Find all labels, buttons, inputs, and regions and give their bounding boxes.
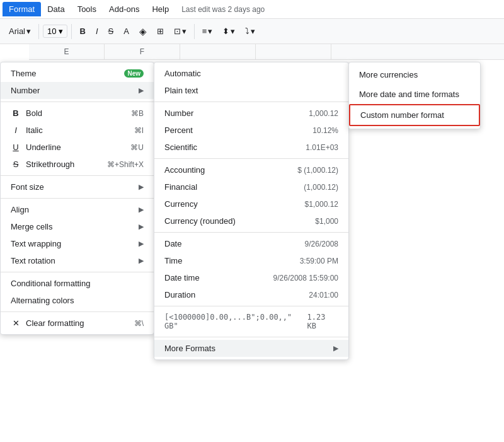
align-arrow-icon: ▶ (139, 206, 144, 214)
menu-item-font-size[interactable]: Font size ▶ (1, 178, 154, 195)
number-item-percent[interactable]: Percent 10.12% (154, 122, 348, 139)
menu-item-strikethrough[interactable]: S Strikethrough ⌘+Shift+X (1, 156, 154, 173)
menu-item-text-wrapping[interactable]: Text wrapping ▶ (1, 235, 154, 252)
fill-color-button[interactable]: ◈ (135, 23, 151, 40)
toolbar: Arial ▾ 10 ▾ B I S A ◈ ⊞ ⊡ ▾ ≡ ▾ ⬍ ▾ ⤵ ▾ (0, 19, 504, 44)
number-item-time[interactable]: Time 3:59:00 PM (154, 252, 348, 269)
menu-help[interactable]: Help (146, 2, 175, 16)
menu-addons[interactable]: Add-ons (103, 2, 146, 16)
col-header-f[interactable]: F (105, 44, 180, 59)
financial-label: Financial (164, 182, 197, 192)
theme-new-badge: New (124, 69, 144, 78)
theme-label: Theme (11, 69, 36, 78)
number-item-more-formats[interactable]: More Formats ▶ (154, 340, 348, 357)
more-currencies-label: More currencies (359, 70, 418, 79)
font-name-selector[interactable]: Arial ▾ (5, 24, 35, 38)
number-item-currency[interactable]: Currency $1,000.12 (154, 195, 348, 212)
number-item-date[interactable]: Date 9/26/2008 (154, 235, 348, 252)
strikethrough-icon: S (11, 160, 21, 169)
clear-icon: ✕ (11, 318, 21, 328)
borders-button[interactable]: ⊞ (153, 24, 168, 38)
duration-label: Duration (164, 290, 195, 300)
scientific-label: Scientific (164, 142, 197, 152)
halign-arrow: ▾ (208, 26, 212, 36)
text-rotation-arrow-icon: ▶ (139, 257, 144, 265)
number-divider-2 (154, 158, 348, 159)
menu-item-clear-formatting[interactable]: ✕ Clear formatting ⌘\ (1, 315, 154, 332)
font-color-button[interactable]: A (120, 24, 133, 38)
number-fmt-label: Number (164, 108, 193, 118)
number-item-plain[interactable]: Plain text (154, 82, 348, 99)
text-wrapping-arrow-icon: ▶ (139, 240, 144, 248)
valign-button[interactable]: ⬍ ▾ (219, 24, 239, 38)
font-size-arrow: ▾ (59, 26, 63, 36)
wrap-button[interactable]: ⤵ ▾ (241, 24, 259, 38)
menu-item-alternating[interactable]: Alternating colors (1, 292, 154, 309)
toolbar-divider-2 (71, 24, 72, 39)
italic-button[interactable]: I (92, 24, 102, 38)
clear-shortcut: ⌘\ (134, 319, 144, 328)
number-item-automatic[interactable]: Automatic (154, 65, 348, 82)
merge-button[interactable]: ⊡ ▾ (170, 24, 190, 38)
menu-data[interactable]: Data (41, 2, 71, 16)
merge-icon: ⊡ (174, 26, 181, 36)
custom-string-label: [<1000000]0.00,...B";0.00,," GB" (164, 313, 307, 330)
font-size-label: Font size (11, 182, 44, 192)
text-wrapping-label: Text wrapping (11, 239, 61, 248)
automatic-label: Automatic (164, 69, 201, 78)
underline-label: Underline (26, 142, 61, 152)
number-item-datetime[interactable]: Date time 9/26/2008 15:59:00 (154, 269, 348, 286)
strikethrough-button[interactable]: S (105, 24, 118, 38)
col-header-e[interactable]: E (29, 44, 105, 59)
number-divider-5 (154, 337, 348, 337)
menu-divider-2 (1, 175, 154, 176)
underline-icon: U (11, 142, 21, 152)
currency-preview: $1,000.12 (305, 200, 338, 209)
bold-shortcut: ⌘B (131, 109, 144, 118)
more-item-custom-number[interactable]: Custom number format (349, 104, 480, 126)
number-item-accounting[interactable]: Accounting $ (1,000.12) (154, 161, 348, 178)
menu-item-italic[interactable]: I Italic ⌘I (1, 122, 154, 139)
wrap-arrow: ▾ (251, 26, 255, 36)
more-item-datetime-formats[interactable]: More date and time formats (349, 84, 480, 104)
more-item-currencies[interactable]: More currencies (349, 65, 480, 84)
menu-item-align[interactable]: Align ▶ (1, 201, 154, 218)
menu-item-bold[interactable]: B Bold ⌘B (1, 105, 154, 122)
menu-item-number[interactable]: Number ▶ (1, 82, 154, 99)
menu-format[interactable]: Format (3, 2, 41, 16)
valign-arrow: ▾ (231, 26, 235, 36)
number-item-duration[interactable]: Duration 24:01:00 (154, 286, 348, 303)
menu-item-underline[interactable]: U Underline ⌘U (1, 139, 154, 156)
menu-item-conditional[interactable]: Conditional formatting (1, 275, 154, 292)
toolbar-divider-3 (194, 24, 195, 39)
more-datetime-label: More date and time formats (359, 90, 459, 99)
bold-button[interactable]: B (76, 24, 89, 38)
merge-arrow: ▾ (182, 26, 186, 36)
italic-label: Italic (26, 125, 43, 135)
number-divider-1 (154, 102, 348, 102)
number-item-financial[interactable]: Financial (1,000.12) (154, 178, 348, 195)
number-item-number[interactable]: Number 1,000.12 (154, 105, 348, 122)
menu-tools[interactable]: Tools (71, 2, 103, 16)
more-formats-label: More Formats (164, 344, 215, 353)
number-item-custom-string[interactable]: [<1000000]0.00,...B";0.00,," GB" 1.23 KB (154, 309, 348, 334)
font-size-selector[interactable]: 10 ▾ (43, 25, 67, 38)
align-label: Align (11, 205, 29, 214)
date-label: Date (164, 239, 181, 248)
custom-number-label: Custom number format (360, 110, 444, 120)
custom-string-preview: 1.23 KB (307, 313, 338, 330)
bold-label: Bold (26, 108, 42, 118)
col-header-h (256, 44, 331, 59)
last-edit-text: Last edit was 2 days ago (181, 5, 265, 14)
strikethrough-label: Strikethrough (26, 160, 74, 169)
halign-button[interactable]: ≡ ▾ (198, 24, 217, 38)
menu-item-merge[interactable]: Merge cells ▶ (1, 218, 154, 235)
menu-item-text-rotation[interactable]: Text rotation ▶ (1, 252, 154, 269)
number-item-scientific[interactable]: Scientific 1.01E+03 (154, 139, 348, 156)
number-item-currency-rounded[interactable]: Currency (rounded) $1,000 (154, 212, 348, 230)
alternating-label: Alternating colors (11, 296, 74, 305)
menu-item-theme[interactable]: Theme New (1, 65, 154, 82)
more-formats-submenu: More currencies More date and time forma… (348, 62, 481, 129)
borders-icon: ⊞ (157, 26, 164, 36)
time-label: Time (164, 256, 182, 265)
